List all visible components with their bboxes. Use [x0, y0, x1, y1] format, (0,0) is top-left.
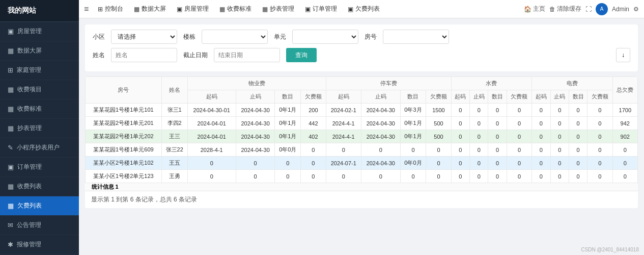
table-cell: 0: [451, 157, 469, 170]
topbar-right: 🏠 主页 🗑 清除缓存 ⛶ A Admin ⚙: [524, 3, 639, 15]
table-cell: 0: [301, 143, 326, 157]
table-cell: 500: [426, 117, 451, 130]
sidebar-item-notice[interactable]: ✉ 公告管理: [0, 216, 79, 235]
table-cell: 0: [275, 170, 301, 183]
table-cell: 402: [301, 130, 326, 143]
table-cell: 0: [426, 170, 451, 183]
mini-icon: ✎: [8, 144, 13, 151]
export-button[interactable]: ↓: [616, 48, 630, 62]
sidebar-item-data-screen[interactable]: ▦ 数据大屏: [0, 41, 79, 61]
sidebar: 我的网站 ▣ 房屋管理 ▦ 数据大屏 ⊞ 家庭管理 ▦ 收费项目 ▦ 收费标准 …: [0, 0, 79, 255]
sidebar-item-house[interactable]: ▣ 房屋管理: [0, 22, 79, 41]
table-row: 某某花园1号楼1单元609张三222028-4-12024-04-300年0月0…: [86, 143, 638, 157]
table-cell: 0: [426, 157, 451, 170]
topbar-arrears-icon: ▣: [348, 6, 353, 13]
el-due-col: 欠费额: [587, 90, 612, 104]
table-cell: 某某花园2号楼1单元201: [86, 117, 162, 130]
family-icon: ⊞: [8, 66, 13, 74]
trash-icon: 🗑: [549, 6, 555, 13]
sidebar-item-family[interactable]: ⊞ 家庭管理: [0, 61, 79, 80]
table-cell: 0: [550, 104, 569, 117]
table-cell: 0: [326, 143, 361, 157]
sidebar-item-label: 抄表管理: [17, 124, 42, 133]
date-input[interactable]: [214, 48, 280, 62]
table-cell: 0: [532, 117, 550, 130]
table-cell: 0: [550, 170, 569, 183]
table-cell: 0: [532, 130, 550, 143]
district-select[interactable]: 请选择: [111, 30, 177, 44]
table-cell: 0: [301, 170, 326, 183]
feelist-icon: ▦: [8, 183, 14, 190]
table-cell: 0: [587, 130, 612, 143]
sidebar-item-label: 报修管理: [17, 240, 41, 249]
table-cell: 0: [470, 130, 488, 143]
sidebar-title: 我的网站: [0, 0, 79, 22]
el-end-col: 止码: [550, 90, 569, 104]
home-link[interactable]: 🏠 主页: [524, 5, 545, 13]
sidebar-item-order[interactable]: ▣ 订单管理: [0, 158, 79, 177]
fullscreen-button[interactable]: ⛶: [585, 6, 592, 13]
sidebar-item-mini-meter[interactable]: ✎ 小程序抄表用户: [0, 138, 79, 158]
username-label: Admin: [612, 6, 629, 13]
housemanage-icon: ▣: [177, 6, 182, 13]
table-cell: 0年1月: [400, 130, 426, 143]
table-cell: 王三: [161, 130, 187, 143]
tc-end-col: 止码: [361, 90, 400, 104]
sw-due-col: 欠费额: [507, 90, 531, 104]
table-cell: 某某小区1号楼2单元123: [86, 170, 162, 183]
house-icon: ▣: [8, 28, 14, 35]
stats-row: 统计信息 1: [86, 183, 638, 191]
query-button[interactable]: 查询: [286, 48, 317, 62]
topbar-meter-icon: ▦: [262, 6, 268, 13]
sidebar-item-fee-list[interactable]: ▦ 收费列表: [0, 177, 79, 196]
table-cell: 0: [569, 157, 587, 170]
table-cell: 0年1月: [400, 117, 426, 130]
topbar-nav-house[interactable]: ▣ 房屋管理: [173, 0, 213, 18]
clear-cache-link[interactable]: 🗑 清除缓存: [549, 5, 581, 13]
filter-card: 小区 请选择 楼栋 单元 房号 姓名 截止日: [85, 24, 638, 71]
unit-select[interactable]: [292, 30, 358, 44]
sidebar-item-fee-std[interactable]: ▦ 收费标准: [0, 99, 79, 119]
sidebar-item-label: 家庭管理: [17, 66, 41, 74]
name-input[interactable]: [111, 48, 177, 62]
building-select[interactable]: [202, 30, 268, 44]
room-select[interactable]: [383, 30, 449, 44]
table-cell: 0: [236, 157, 275, 170]
table-cell: 0: [451, 170, 469, 183]
sidebar-item-arrears[interactable]: ▦ 欠费列表: [0, 196, 79, 216]
table-cell: 0: [507, 143, 531, 157]
table-cell: 0: [550, 157, 569, 170]
main-area: ≡ ⊞ 控制台 ▦ 数据大屏 ▣ 房屋管理 ▦ 收费标准 ▦ 抄表管理 ▣ 订单…: [79, 0, 644, 255]
table-cell: 某某花园2号楼1单元202: [86, 130, 162, 143]
sidebar-item-meter[interactable]: ▦ 抄表管理: [0, 119, 79, 138]
table-cell: 王勇: [161, 170, 187, 183]
sidebar-item-fee-item[interactable]: ▦ 收费项目: [0, 80, 79, 99]
table-cell: 0: [532, 104, 550, 117]
topbar-nav-datascreen[interactable]: ▦ 数据大屏: [130, 0, 170, 18]
topbar-nav-order[interactable]: ▣ 订单管理: [301, 0, 341, 18]
table-row: 某某小区2号楼1单元102王五00002024-07-12024-04-300年…: [86, 157, 638, 170]
settings-icon: ⚙: [633, 6, 639, 13]
table-cell: 1700: [612, 104, 637, 117]
table-cell: 某某花园1号楼1单元609: [86, 143, 162, 157]
topbar-nav-feestd[interactable]: ▦ 收费标准: [215, 0, 256, 18]
wy-due-col: 欠费额: [301, 90, 326, 104]
topbar-nav-meter[interactable]: ▦ 抄表管理: [258, 0, 298, 18]
settings-button[interactable]: ⚙: [633, 6, 639, 13]
topbar-nav-arrears[interactable]: ▣ 欠费列表: [344, 0, 384, 18]
table-cell: 0: [326, 170, 361, 183]
tc-due-col: 欠费额: [426, 90, 451, 104]
topbar-nav-console[interactable]: ⊞ 控制台: [94, 0, 127, 18]
el-start-col: 起码: [532, 90, 550, 104]
table-cell: 200: [301, 104, 326, 117]
menu-toggle-icon[interactable]: ≡: [84, 5, 89, 14]
table-cell: 0: [532, 157, 550, 170]
table-cell: 2024-02-1: [326, 104, 361, 117]
date-label: 截止日期: [183, 51, 208, 60]
table-cell: 0: [451, 143, 469, 157]
table-cell: 0年1月: [275, 130, 301, 143]
table-cell: 2024-04-30: [361, 130, 400, 143]
table-cell: 2024-04-01: [187, 117, 236, 130]
sidebar-item-repair[interactable]: ✱ 报修管理: [0, 235, 79, 254]
table-cell: 0: [470, 143, 488, 157]
